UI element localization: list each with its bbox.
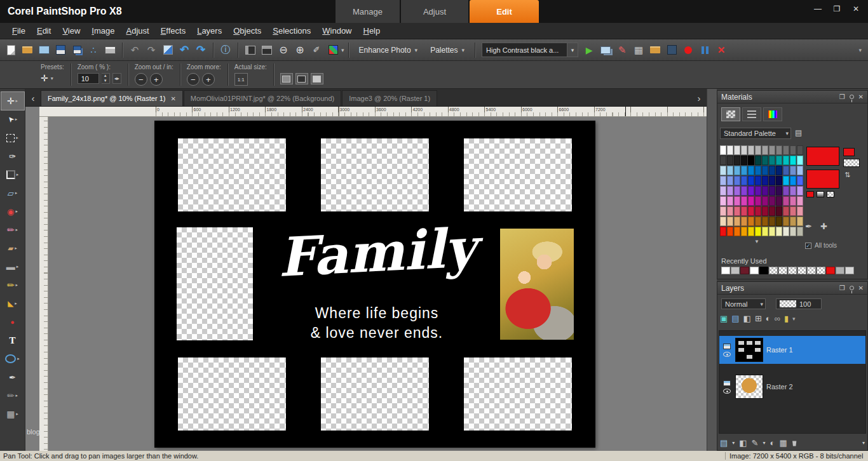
style-gradient-button[interactable] xyxy=(817,191,824,197)
layer-thumbnail[interactable] xyxy=(735,375,763,399)
chevron-down-icon[interactable]: ▾ xyxy=(51,76,53,81)
palette-swatch[interactable] xyxy=(727,145,733,155)
lock-transparency-icon[interactable]: ▮ xyxy=(784,314,789,323)
palette-swatch[interactable] xyxy=(734,145,740,155)
palette-swatch[interactable] xyxy=(741,227,747,236)
swap-colors-icon[interactable]: ⇅ xyxy=(844,171,850,179)
zoom-in-icon[interactable] xyxy=(292,42,308,58)
menu-edit[interactable]: Edit xyxy=(31,23,57,38)
palette-swatch[interactable] xyxy=(783,176,789,185)
mesh-warp-tool[interactable]: ▸ xyxy=(1,405,24,423)
palette-swatch[interactable] xyxy=(769,196,775,206)
tab-close-icon[interactable]: ✕ xyxy=(170,95,175,102)
presets-hand-icon[interactable] xyxy=(41,73,48,83)
workspace-tab-adjust[interactable]: Adjust xyxy=(401,0,468,23)
palette-swatch[interactable] xyxy=(797,145,803,155)
palette-swatch[interactable] xyxy=(783,196,789,206)
script-folder-icon[interactable] xyxy=(647,42,663,58)
palette-scroll-icon[interactable]: ▼ xyxy=(754,239,759,244)
workspace-tab-manage[interactable]: Manage xyxy=(336,0,400,23)
palette-swatch[interactable] xyxy=(790,176,796,185)
spin-up-icon[interactable]: ▲ xyxy=(102,74,109,79)
palette-swatch[interactable] xyxy=(776,206,782,216)
document-tab-image3[interactable]: Image3 @ 20% (Raster 1) xyxy=(342,90,437,106)
panel-pin-icon[interactable] xyxy=(850,95,854,99)
palette-swatch[interactable] xyxy=(783,217,789,226)
zoom-more-in-button[interactable]: + xyxy=(202,73,215,86)
background-swatch[interactable] xyxy=(806,170,839,189)
chevron-down-icon[interactable]: ▾ xyxy=(862,440,865,446)
menu-image[interactable]: Image xyxy=(86,23,120,38)
panel-pin-icon[interactable] xyxy=(850,286,854,290)
delete-layer-icon[interactable] xyxy=(792,440,797,446)
panel-restore-icon[interactable]: ❐ xyxy=(839,93,845,100)
palette-swatch[interactable] xyxy=(748,196,754,206)
palette-swatch[interactable] xyxy=(790,196,796,206)
palette-swatch[interactable] xyxy=(720,217,726,226)
menu-view[interactable]: View xyxy=(57,23,86,38)
palette-swatch[interactable] xyxy=(783,186,789,196)
palette-swatch[interactable] xyxy=(734,176,740,185)
save-all-icon[interactable] xyxy=(69,42,85,58)
style-pattern-button[interactable] xyxy=(827,191,834,197)
chevron-down-icon[interactable]: ▾ xyxy=(732,440,735,446)
toolbar-overflow-icon[interactable]: ▾ xyxy=(855,47,865,53)
foreground-mini-swatch[interactable] xyxy=(843,148,855,156)
actual-size-button[interactable]: 1:1 xyxy=(234,73,248,86)
history-redo-icon[interactable] xyxy=(143,42,159,58)
document-tab-momolivia[interactable]: MomOlivia01PRINT.jpg* @ 22% (Background) xyxy=(184,90,341,106)
new-layer-icon[interactable]: ▤ xyxy=(720,438,728,448)
eyedropper-icon[interactable]: ✒ xyxy=(805,222,812,231)
transparent-swatch[interactable] xyxy=(843,159,860,167)
palette-swatch[interactable] xyxy=(734,186,740,196)
palette-swatch[interactable] xyxy=(769,186,775,196)
palette-swatch[interactable] xyxy=(755,227,761,236)
palette-swatch[interactable] xyxy=(776,217,782,226)
pen-tool[interactable] xyxy=(1,368,24,386)
panel-restore-icon[interactable]: ❐ xyxy=(839,284,845,291)
palette-swatch[interactable] xyxy=(748,206,754,216)
flyout-arrow-icon[interactable]: ▸ xyxy=(15,301,17,306)
script-preset-combo[interactable]: High Contrast black a... ▾ xyxy=(482,43,578,57)
document-tab-family[interactable]: Family_24x18.png* @ 10% (Raster 1) ✕ xyxy=(41,90,183,106)
flyout-arrow-icon[interactable]: ▸ xyxy=(17,356,20,361)
tab-scroll-right-icon[interactable]: › xyxy=(691,90,707,106)
minimize-icon[interactable]: — xyxy=(810,3,826,15)
dark-square-icon[interactable] xyxy=(663,42,680,58)
palette-swatch[interactable] xyxy=(720,166,726,175)
enhance-photo-button[interactable]: Enhance Photo ▾ xyxy=(353,42,424,58)
palette-swatch[interactable] xyxy=(797,186,803,196)
recent-swatch[interactable] xyxy=(750,267,759,274)
palette-swatch[interactable] xyxy=(755,206,761,216)
chevron-down-icon[interactable]: ▾ xyxy=(567,43,578,57)
share-icon[interactable] xyxy=(85,42,102,58)
palette-swatch[interactable] xyxy=(797,227,803,236)
flyout-arrow-icon[interactable]: ▸ xyxy=(16,98,18,104)
recent-swatch[interactable] xyxy=(788,267,797,274)
quick-dropper-icon[interactable] xyxy=(308,42,325,58)
opacity-control[interactable]: 100 xyxy=(776,298,822,309)
palette-swatch[interactable] xyxy=(776,227,782,236)
recent-swatch[interactable] xyxy=(807,267,816,274)
palette-swatch[interactable] xyxy=(776,166,782,175)
palette-swatch[interactable] xyxy=(727,156,733,165)
recent-swatch[interactable] xyxy=(797,267,806,274)
palette-swatch[interactable] xyxy=(797,196,803,206)
palette-swatch[interactable] xyxy=(762,156,768,165)
palette-swatch[interactable] xyxy=(762,196,768,206)
open-icon[interactable] xyxy=(19,42,36,58)
swatches-tab[interactable] xyxy=(721,107,740,121)
palette-swatch[interactable] xyxy=(783,156,789,165)
info-icon[interactable] xyxy=(217,42,234,58)
pause-icon[interactable] xyxy=(696,42,713,58)
edit-script-icon[interactable] xyxy=(614,42,630,58)
recent-swatch[interactable] xyxy=(740,267,749,274)
layer-thumbnail[interactable] xyxy=(735,338,763,362)
text-tool[interactable] xyxy=(1,331,24,349)
palette-swatch[interactable] xyxy=(797,206,803,216)
panel-close-icon[interactable]: ✕ xyxy=(858,284,864,291)
workspace-tab-edit[interactable]: Edit xyxy=(470,0,539,23)
spin-down-icon[interactable]: ▼ xyxy=(102,79,109,84)
palette-swatch[interactable] xyxy=(769,176,775,185)
recent-swatch[interactable] xyxy=(778,267,787,274)
